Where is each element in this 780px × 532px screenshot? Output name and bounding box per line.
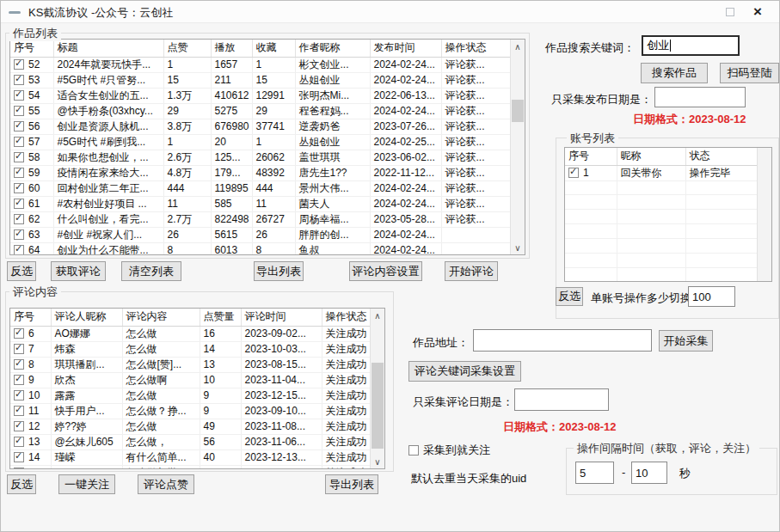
publish-date-input[interactable] <box>654 87 746 107</box>
table-row[interactable]: 13@幺妹儿605怎么做，562023-11-06...关注成功 <box>10 434 370 449</box>
table-row[interactable]: 64创业为什么不能带...860138鱼叔2024-02-24... <box>10 242 510 255</box>
interval-max-input[interactable] <box>631 462 667 484</box>
row-checkbox[interactable] <box>14 344 24 354</box>
row-checkbox[interactable] <box>14 199 24 209</box>
scroll-down-icon[interactable]: ∨ <box>371 455 384 468</box>
cell-content: 怎么做 <box>126 327 157 339</box>
row-checkbox[interactable] <box>14 229 24 240</box>
works-export-button[interactable]: 导出列表 <box>254 261 304 281</box>
row-checkbox[interactable] <box>14 121 24 131</box>
table-row[interactable]: 58如果你也想创业，...2.6万125...26062盖世琪琪2023-06-… <box>10 150 510 165</box>
follow-on-collect-checkbox[interactable]: 采集到就关注 <box>408 443 490 458</box>
row-checkbox[interactable] <box>14 152 24 162</box>
like-comments-button[interactable]: 评论点赞 <box>138 474 194 494</box>
row-checkbox[interactable] <box>14 137 24 147</box>
works-scrollbar[interactable]: ∧ ∨ <box>510 40 525 254</box>
row-checkbox[interactable] <box>14 468 24 469</box>
row-checkbox[interactable] <box>14 421 24 431</box>
comments-export-button[interactable]: 导出列表 <box>325 474 378 494</box>
comment-settings-button[interactable]: 评论内容设置 <box>349 261 422 281</box>
table-row[interactable]: 62什么叫创业，看完...2.7万82249826727周杨幸福...2023-… <box>10 211 510 227</box>
cell-plays: 5615 <box>215 229 238 241</box>
row-checkbox[interactable] <box>14 183 24 193</box>
cell-author: 丛姐创业 <box>299 136 341 148</box>
work-url-input[interactable] <box>473 329 652 352</box>
row-checkbox[interactable] <box>14 90 24 101</box>
accounts-scrollbar[interactable] <box>757 148 771 281</box>
table-row[interactable]: 61#农村创业好项目 ...1158511菌夫人2024-02-24...评论获… <box>10 196 510 211</box>
accounts-invert-button[interactable]: 反选 <box>556 287 583 306</box>
table-row[interactable]: 54适合女生创业的五...1.3万41061212991张明杰Mi...2022… <box>10 88 510 103</box>
table-row[interactable]: 12婷??婷怎么做492023-11-08...关注成功 <box>10 419 370 434</box>
cell-nick: 瑾嵘 <box>55 451 76 463</box>
cell-status: 评论获... <box>445 120 485 132</box>
keyword-input[interactable]: 创业 <box>642 35 740 56</box>
row-checkbox[interactable] <box>14 328 24 339</box>
switch-count-input[interactable] <box>688 286 735 307</box>
table-row[interactable]: 59疫情闲在家来给大...4.8万179...48392唐先生1??2022-1… <box>10 165 510 180</box>
comments-scrollbar[interactable]: ∧ ∨ <box>370 309 384 468</box>
table-row[interactable]: 57#5G时代 #刷到我...1201丛姐创业2024-02-25...评论获.… <box>10 134 510 150</box>
row-checkbox[interactable] <box>14 375 24 385</box>
start-comment-button[interactable]: 开始评论 <box>445 261 498 281</box>
table-row[interactable]: 10露露怎么做92023-12-15...关注成功 <box>10 388 370 403</box>
scroll-up-icon[interactable]: ∧ <box>511 40 525 53</box>
cell-status: 关注成功 <box>326 343 367 355</box>
comments-invert-button[interactable]: 反选 <box>7 474 36 494</box>
scroll-down-icon[interactable]: ∨ <box>511 241 525 254</box>
row-checkbox[interactable] <box>14 390 24 401</box>
comment-keyword-settings-button[interactable]: 评论关键词采集设置 <box>408 361 521 382</box>
clear-list-button[interactable]: 清空列表 <box>121 261 181 281</box>
row-checkbox[interactable] <box>14 245 24 255</box>
scrollbar-thumb[interactable] <box>512 100 524 122</box>
table-row[interactable]: 63#创业 #祝家人们...26561526胖胖的创...2024-02-24.… <box>10 227 510 242</box>
works-invert-button[interactable]: 反选 <box>7 261 36 281</box>
text-caret <box>670 40 671 52</box>
table-row[interactable]: 9欣杰怎么做啊102023-11-04...关注成功 <box>10 372 370 388</box>
row-checkbox[interactable] <box>14 59 24 70</box>
row-checkbox[interactable] <box>14 437 24 447</box>
table-row[interactable]: 15果果怎么做想学522023-11-24...关注成功 <box>10 465 370 469</box>
interval-min-input[interactable] <box>575 462 614 484</box>
cell-likes: 8 <box>168 244 174 255</box>
table-row[interactable]: 56创业是资源人脉机...3.8万67698037741逆袭奶爸2023-07-… <box>10 119 510 134</box>
follow-all-button[interactable]: 一键关注 <box>58 474 115 494</box>
row-checkbox[interactable] <box>14 75 24 85</box>
maximize-button[interactable] <box>719 3 741 21</box>
scroll-up-icon[interactable]: ∧ <box>371 309 384 322</box>
cell-author: 菌夫人 <box>299 198 330 210</box>
row-checkbox[interactable] <box>568 168 579 178</box>
table-row[interactable]: 14瑾嵘有什么简单...402023-12-13...关注成功 <box>10 449 370 465</box>
cell-nick: 快手用户... <box>55 405 105 417</box>
row-checkbox[interactable] <box>14 168 24 178</box>
table-row[interactable]: 1回关带你操作完毕 <box>565 165 757 180</box>
cell-plays: 676980 <box>215 120 249 132</box>
comment-date-input[interactable] <box>514 388 609 411</box>
row-checkbox[interactable] <box>14 452 24 462</box>
date-format-hint: 日期格式：2023-08-12 <box>633 112 746 127</box>
table-row[interactable]: 60回村创业第二年正...444119895444景州大伟...2024-02-… <box>10 180 510 196</box>
row-checkbox[interactable] <box>14 106 24 116</box>
table-row[interactable]: 53#5G时代 #只管努...1521115丛姐创业2024-02-24...评… <box>10 72 510 88</box>
table-row[interactable]: 6AO娜娜怎么做162023-09-02...关注成功 <box>10 326 370 341</box>
table-row[interactable]: 11快手用户...怎么做？挣...92023-09-10...关注成功 <box>10 403 370 419</box>
row-checkbox[interactable] <box>14 359 24 370</box>
table-row[interactable]: 8琪琪播剧...怎么做[赞]...132023-08-15...关注成功 <box>10 357 370 372</box>
row-checkbox[interactable] <box>14 406 24 416</box>
checkbox-icon[interactable] <box>408 445 419 456</box>
cell-time: 2023-06-02... <box>374 151 435 163</box>
scrollbar-thumb[interactable] <box>372 363 384 449</box>
table-row[interactable]: 522024年就要玩快手...116571彬文创业...2024-02-24..… <box>10 57 510 72</box>
start-collect-button[interactable]: 开始采集 <box>659 330 713 352</box>
window-title: KS截流协议 -公众号：云创社 <box>28 5 173 21</box>
cell-nick: 露露 <box>55 389 76 401</box>
table-row[interactable]: 7炜森怎么做142023-10-03...关注成功 <box>10 341 370 357</box>
row-checkbox[interactable] <box>14 214 24 224</box>
table-row[interactable]: 55@快手粉条(03xhcy...29527529程爸程妈...2024-02-… <box>10 103 510 119</box>
cell-id: 11 <box>28 405 39 417</box>
cell-title: @快手粉条(03xhcy... <box>58 105 153 117</box>
qr-login-button[interactable]: 扫码登陆 <box>720 63 779 83</box>
search-works-button[interactable]: 搜索作品 <box>641 63 708 83</box>
close-button[interactable]: × <box>746 3 769 21</box>
get-comments-button[interactable]: 获取评论 <box>51 261 106 281</box>
